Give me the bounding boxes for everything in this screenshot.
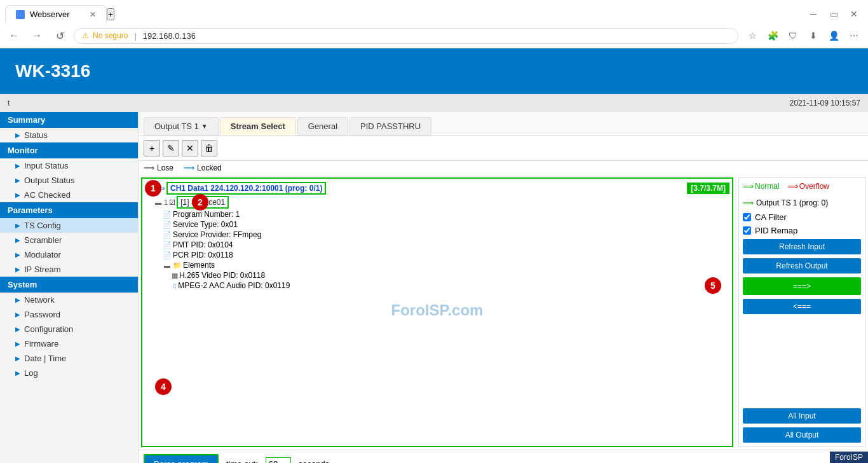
seconds-label: seconds xyxy=(299,459,329,463)
arrow-icon: ▶ xyxy=(15,296,20,303)
output-arrow-icon: ⟹ xyxy=(743,198,754,207)
sidebar-section-summary: Summary xyxy=(0,112,138,128)
sidebar-item-network[interactable]: ▶ Network xyxy=(0,293,138,307)
sidebar-item-date-time[interactable]: ▶ Date | Time xyxy=(0,351,138,366)
tree-elements-folder[interactable]: ▬ 📁 Elements xyxy=(145,260,729,270)
audio-icon: ♫ xyxy=(172,282,177,289)
tree-root-item[interactable]: ▬ ⟹ CH1 Data1 224.120.120.2:10001 (prog:… xyxy=(145,181,729,195)
star-icon[interactable]: ☆ xyxy=(743,27,761,45)
shield-icon[interactable]: 🛡 xyxy=(784,27,802,45)
sidebar-item-output-status[interactable]: ▶ Output Status xyxy=(0,173,138,188)
sidebar-item-input-status[interactable]: ▶ Input Status xyxy=(0,158,138,173)
normal-arrow-icon: ⟹ xyxy=(743,182,754,191)
pid-remap-checkbox[interactable] xyxy=(743,226,751,235)
sub-header: t 2021-11-09 10:15:57 xyxy=(0,94,868,112)
tree-service-type: 📄 Service Type: 0x01 xyxy=(145,219,729,230)
add-button[interactable]: + xyxy=(144,140,160,156)
url-text: 192.168.0.136 xyxy=(143,31,196,41)
annotation-4: 4 xyxy=(155,378,172,395)
sidebar-item-firmware[interactable]: ▶ Firmware xyxy=(0,336,138,351)
divider: | xyxy=(134,31,136,41)
arrow-left-button[interactable]: <=== xyxy=(743,299,861,314)
refresh-output-button[interactable]: Refresh Output xyxy=(743,258,861,273)
ca-filter-label: CA Filter xyxy=(755,212,787,222)
browser-tab-webserver[interactable]: Webserver ✕ xyxy=(5,5,107,23)
right-panel-legend: ⟹ Normal ⟹ Overflow xyxy=(743,182,861,191)
content-area: Output TS 1 ▼ Stream Select General PID … xyxy=(139,112,868,463)
sidebar-section-parameters: Parameters xyxy=(0,202,138,218)
timeout-input[interactable] xyxy=(266,457,291,463)
overflow-arrow-icon: ⟹ xyxy=(787,182,798,191)
arrow-icon: ▶ xyxy=(15,355,20,362)
legend: ⟹ Lose ⟹ Locked xyxy=(139,161,868,175)
lose-arrow-icon: ⟹ xyxy=(144,163,154,172)
refresh-button[interactable]: ↺ xyxy=(51,27,69,45)
sidebar-item-log[interactable]: ▶ Log xyxy=(0,366,138,380)
delete-button[interactable]: 🗑 xyxy=(201,140,217,156)
tree-program-number: 📄 Program Number: 1 xyxy=(145,209,729,219)
right-panel: ⟹ Normal ⟹ Overflow ⟹ Output TS 1 (prog:… xyxy=(738,177,865,447)
arrow-right-button[interactable]: ===> xyxy=(743,277,861,295)
tree-service-item[interactable]: ▬ 1 ☑ [1] Service01 2 xyxy=(145,195,729,209)
sidebar-item-password[interactable]: ▶ Password xyxy=(0,307,138,322)
sidebar-item-ip-stream[interactable]: ▶ IP Stream xyxy=(0,262,138,277)
annotation-2: 2 xyxy=(192,194,208,211)
legend-locked: ⟹ Locked xyxy=(184,163,222,172)
doc-icon: 📄 xyxy=(163,241,172,249)
address-box[interactable]: ⚠ No seguro | 192.168.0.136 xyxy=(74,28,738,44)
refresh-input-button[interactable]: Refresh Input xyxy=(743,239,861,254)
arrow-icon: ▶ xyxy=(15,222,20,229)
ca-filter-checkbox[interactable] xyxy=(743,213,751,221)
menu-icon[interactable]: ⋯ xyxy=(845,27,863,45)
cancel-button[interactable]: ✕ xyxy=(182,140,198,156)
browser-toolbar: ☆ 🧩 🛡 ⬇ 👤 ⋯ xyxy=(743,27,863,45)
video-icon: ▦ xyxy=(172,272,178,280)
arrow-icon: ▶ xyxy=(15,237,20,244)
tree-toolbar: + ✎ ✕ 🗑 xyxy=(139,136,868,161)
back-button[interactable]: ← xyxy=(5,27,23,45)
close-window-button[interactable]: ✕ xyxy=(845,5,863,23)
profile-icon[interactable]: 👤 xyxy=(825,27,843,45)
watermark: ForoISP.com xyxy=(391,301,484,319)
sidebar-item-status[interactable]: ▶ Status xyxy=(0,128,138,142)
split-pane: ▬ ⟹ CH1 Data1 224.120.120.2:10001 (prog:… xyxy=(139,175,868,450)
collapse-icon[interactable]: ▬ xyxy=(154,199,163,206)
sidebar-item-scrambler[interactable]: ▶ Scrambler xyxy=(0,233,138,247)
parse-program-button[interactable]: Parse program xyxy=(144,454,219,463)
minimize-button[interactable]: ─ xyxy=(804,5,822,23)
ca-filter-row: CA Filter xyxy=(743,212,861,222)
download-icon[interactable]: ⬇ xyxy=(804,27,822,45)
all-input-button[interactable]: All Input xyxy=(743,408,861,424)
arrow-icon: ▶ xyxy=(15,340,20,347)
rate-badge: [3.7/3.7M] xyxy=(687,183,729,194)
security-warning-icon: ⚠ xyxy=(82,31,89,40)
pid-remap-label: PID Remap xyxy=(755,226,797,235)
security-warning-text: No seguro xyxy=(93,31,128,40)
tabs-bar: Output TS 1 ▼ Stream Select General PID … xyxy=(139,112,868,136)
close-tab-icon[interactable]: ✕ xyxy=(90,10,96,19)
sidebar-section-monitor: Monitor xyxy=(0,142,138,158)
tab-pid-passthru[interactable]: PID PASSTHRU xyxy=(349,117,431,135)
arrow-icon: ▶ xyxy=(15,162,20,169)
new-tab-button[interactable]: + xyxy=(107,8,114,20)
sidebar-item-modulator[interactable]: ▶ Modulator xyxy=(0,247,138,262)
sidebar-item-ts-config[interactable]: ▶ TS Config xyxy=(0,218,138,233)
legend-normal: ⟹ Normal xyxy=(743,182,780,191)
sidebar-item-ac-checked[interactable]: ▶ AC Checked xyxy=(0,188,138,202)
collapse-icon[interactable]: ▬ xyxy=(163,262,172,269)
edit-button[interactable]: ✎ xyxy=(163,140,179,156)
forward-button[interactable]: → xyxy=(28,27,46,45)
browser-tab-title: Webserver xyxy=(30,10,70,19)
browser-chrome: Webserver ✕ + ─ ▭ ✕ ← → ↺ ⚠ No seguro | … xyxy=(0,0,868,48)
arrow-icon: ▶ xyxy=(15,311,20,318)
checkbox-icon[interactable]: ☑ xyxy=(169,198,175,207)
tab-output-ts1[interactable]: Output TS 1 ▼ xyxy=(144,117,219,135)
tab-stream-select[interactable]: Stream Select xyxy=(220,117,296,135)
all-output-button[interactable]: All Output xyxy=(743,427,861,443)
maximize-button[interactable]: ▭ xyxy=(825,5,843,23)
tab-general[interactable]: General xyxy=(297,117,348,135)
timeout-label: time out: xyxy=(226,459,258,463)
pid-remap-row: PID Remap xyxy=(743,226,861,235)
sidebar-item-configuration[interactable]: ▶ Configuration xyxy=(0,322,138,336)
extensions-icon[interactable]: 🧩 xyxy=(764,27,782,45)
